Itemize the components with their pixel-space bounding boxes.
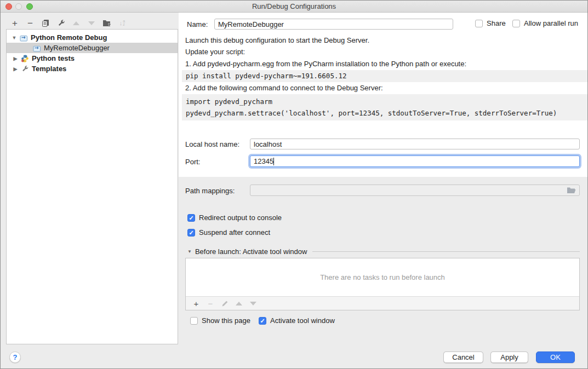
remove-task-button: − xyxy=(203,298,218,309)
local-host-name-label: Local host name: xyxy=(185,140,239,148)
open-folder-icon[interactable] xyxy=(567,187,576,194)
tree-item-label: Python Remote Debug xyxy=(31,33,107,42)
path-mappings-label: Path mappings: xyxy=(185,187,235,195)
before-launch-header[interactable]: ▼ Before launch: Activate tool window xyxy=(187,247,580,256)
redirect-output-checkbox[interactable]: ✓ xyxy=(187,214,195,222)
allow-parallel-checkbox-row[interactable]: Allow parallel run xyxy=(512,19,578,27)
code-line-settrace: pydevd_pycharm.settrace('localhost', por… xyxy=(186,107,588,119)
tree-item-label: MyRemoteDebugger xyxy=(44,44,110,52)
move-up-button xyxy=(68,17,84,29)
port-input[interactable]: 12345 xyxy=(250,155,580,167)
move-task-down-button xyxy=(246,298,260,309)
suspend-after-connect-row[interactable]: ✓ Suspend after connect xyxy=(187,228,270,237)
configuration-editor-panel: Name: Share Allow parallel run Launch th… xyxy=(179,13,588,177)
copy-configuration-button[interactable] xyxy=(38,17,53,29)
arrow-down-icon xyxy=(88,21,95,25)
name-input[interactable] xyxy=(214,19,453,30)
configurations-toolbar: + − ↓az xyxy=(7,17,130,29)
description-step-1: 1. Add pydevd-pycharm.egg from the PyCha… xyxy=(185,58,466,70)
code-block-pip-install: pip install pydevd-pycharm~=191.6605.12 xyxy=(182,70,588,82)
text-caret xyxy=(273,158,274,165)
arrow-up-icon xyxy=(236,302,242,305)
redirect-output-label: Redirect output to console xyxy=(199,214,282,222)
window-title: Run/Debug Configurations xyxy=(1,1,587,12)
arrow-up-icon xyxy=(73,21,79,25)
before-launch-label: Before launch: Activate tool window xyxy=(195,247,307,256)
remove-configuration-button[interactable]: − xyxy=(22,17,38,29)
arrow-down-icon xyxy=(250,302,256,305)
suspend-after-connect-checkbox[interactable]: ✓ xyxy=(187,229,195,237)
edit-task-button xyxy=(218,298,232,309)
suspend-after-connect-label: Suspend after connect xyxy=(199,228,270,237)
tree-item-my-remote-debugger[interactable]: MyRemoteDebugger xyxy=(7,43,178,53)
run-config-icon xyxy=(20,34,28,42)
tree-item-python-tests[interactable]: ▶ Python tests xyxy=(7,53,178,64)
minus-icon: − xyxy=(208,299,213,308)
name-label: Name: xyxy=(187,20,208,28)
tree-item-label: Python tests xyxy=(32,54,75,62)
header-rule xyxy=(312,251,580,252)
minus-icon: − xyxy=(27,19,33,28)
add-configuration-button[interactable]: + xyxy=(7,17,22,29)
show-this-page-label: Show this page xyxy=(202,316,250,325)
tree-item-templates[interactable]: ▶ Templates xyxy=(7,64,178,74)
share-checkbox[interactable] xyxy=(475,20,483,27)
local-host-name-input[interactable] xyxy=(250,139,580,149)
zoom-window-button[interactable] xyxy=(26,3,33,10)
allow-parallel-run-label: Allow parallel run xyxy=(524,19,578,27)
minimize-window-button xyxy=(15,3,22,10)
configurations-tree: ▼ Python Remote Debug MyRemoteDebugger ▶ xyxy=(6,29,178,344)
chevron-right-icon[interactable]: ▶ xyxy=(12,66,19,72)
path-mappings-field[interactable] xyxy=(250,184,580,196)
help-button[interactable]: ? xyxy=(9,351,21,363)
move-down-button xyxy=(84,17,99,29)
sort-az-icon: ↓az xyxy=(119,20,125,26)
wrench-icon xyxy=(21,65,29,73)
run-debug-configurations-dialog: Run/Debug Configurations + − xyxy=(0,0,588,369)
share-label: Share xyxy=(487,19,506,27)
chevron-down-icon[interactable]: ▼ xyxy=(11,35,18,41)
close-window-button[interactable] xyxy=(5,3,12,10)
redirect-output-row[interactable]: ✓ Redirect output to console xyxy=(187,214,282,222)
description-step-2: 2. Add the following command to connect … xyxy=(185,82,383,94)
code-block-settrace: import pydevd_pycharm pydevd_pycharm.set… xyxy=(182,94,588,120)
description-line-2: Update your script: xyxy=(185,46,245,57)
python-tests-icon xyxy=(21,55,29,62)
code-line-import: import pydevd_pycharm xyxy=(186,96,588,107)
wrench-icon xyxy=(57,19,65,27)
activate-tool-window-checkbox[interactable]: ✓ xyxy=(259,317,266,325)
pencil-icon xyxy=(221,300,229,307)
show-this-page-row[interactable]: Show this page xyxy=(190,316,250,325)
add-task-button[interactable]: + xyxy=(189,298,203,309)
tree-item-label: Templates xyxy=(32,65,66,73)
before-launch-task-list: There are no tasks to run before launch … xyxy=(185,258,580,310)
task-list-empty-text: There are no tasks to run before launch xyxy=(186,258,579,296)
apply-button[interactable]: Apply xyxy=(490,351,528,363)
new-folder-button[interactable] xyxy=(99,17,115,29)
port-value: 12345 xyxy=(254,157,273,165)
show-this-page-checkbox[interactable] xyxy=(190,317,198,325)
cancel-button[interactable]: Cancel xyxy=(443,351,483,363)
plus-icon: + xyxy=(194,299,199,308)
sort-configurations-button: ↓az xyxy=(115,17,130,29)
chevron-down-icon[interactable]: ▼ xyxy=(187,249,192,254)
title-bar: Run/Debug Configurations xyxy=(1,1,587,13)
task-list-toolbar: + − xyxy=(186,296,579,310)
move-task-up-button xyxy=(232,298,246,309)
tree-item-python-remote-debug[interactable]: ▼ Python Remote Debug xyxy=(7,32,178,43)
port-label: Port: xyxy=(185,158,200,166)
edit-templates-button[interactable] xyxy=(53,17,68,29)
ok-button[interactable]: OK xyxy=(536,351,575,363)
chevron-right-icon[interactable]: ▶ xyxy=(12,56,19,61)
copy-icon xyxy=(42,19,49,27)
question-mark-icon: ? xyxy=(13,353,18,361)
folder-plus-icon xyxy=(102,19,111,27)
share-checkbox-row[interactable]: Share xyxy=(475,19,506,27)
allow-parallel-run-checkbox[interactable] xyxy=(512,20,520,27)
plus-icon: + xyxy=(12,19,18,28)
activate-tool-window-row[interactable]: ✓ Activate tool window xyxy=(259,316,335,325)
description-line-1: Launch this debug configuration to start… xyxy=(185,34,369,46)
run-config-icon xyxy=(33,44,41,52)
activate-tool-window-label: Activate tool window xyxy=(270,316,335,325)
